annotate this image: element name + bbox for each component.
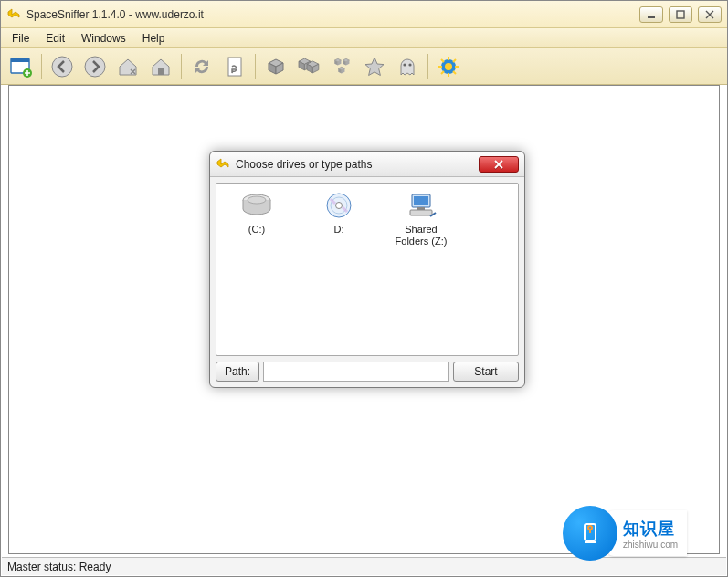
star-button[interactable] (360, 52, 389, 81)
toolbar-separator (181, 54, 182, 79)
app-icon (6, 7, 21, 22)
watermark-brand: 知识屋 (623, 518, 678, 540)
refresh-button[interactable] (187, 52, 216, 81)
svg-point-6 (85, 57, 105, 77)
drive-list: (C:) D: Shared Folders (Z:) (216, 183, 519, 356)
dialog-close-button[interactable] (479, 156, 519, 173)
window-title: SpaceSniffer 1.1.4.0 - www.uderzo.it (26, 8, 639, 21)
menu-windows[interactable]: Windows (74, 30, 133, 47)
svg-rect-7 (158, 68, 164, 75)
svg-rect-3 (11, 58, 29, 62)
minimize-button[interactable] (639, 6, 663, 23)
svg-rect-21 (410, 210, 432, 215)
menu-edit[interactable]: Edit (38, 30, 72, 47)
network-drive-icon (405, 191, 438, 220)
status-text: Master status: Ready (7, 561, 111, 573)
drive-item-d[interactable]: D: (306, 191, 372, 236)
home-button[interactable] (146, 52, 175, 81)
box-stack-button[interactable] (327, 52, 356, 81)
watermark-text: 知识屋 zhishiwu.com (607, 510, 687, 556)
svg-point-9 (403, 63, 406, 66)
drive-item-z[interactable]: Shared Folders (Z:) (388, 191, 454, 247)
watermark: 知识屋 zhishiwu.com (563, 501, 727, 565)
menu-help[interactable]: Help (135, 30, 173, 47)
cd-icon (322, 191, 355, 220)
path-input[interactable] (263, 362, 449, 382)
box-single-button[interactable] (261, 52, 290, 81)
toolbar-separator (255, 54, 256, 79)
svg-point-12 (445, 63, 452, 70)
toolbar-separator (41, 54, 42, 79)
dialog-icon (216, 157, 230, 172)
drive-label: Shared Folders (Z:) (388, 224, 454, 247)
window-controls (639, 6, 722, 23)
dialog-body: (C:) D: Shared Folders (Z:) Path: Start (210, 177, 524, 387)
ghost-button[interactable] (393, 52, 422, 81)
toolbar-separator (427, 54, 428, 79)
menu-file[interactable]: File (5, 30, 37, 47)
svg-point-23 (588, 526, 592, 530)
svg-point-10 (408, 63, 411, 66)
drive-item-c[interactable]: (C:) (224, 191, 290, 236)
dialog-footer: Path: Start (216, 362, 519, 382)
settings-button[interactable] (434, 52, 463, 81)
choose-drives-dialog: Choose drives or type paths (C:) D: Shar… (209, 151, 525, 388)
home-open-button[interactable] (113, 52, 142, 81)
svg-rect-1 (677, 11, 684, 18)
reload-doc-button[interactable] (220, 52, 249, 81)
toolbar (1, 48, 727, 85)
close-button[interactable] (698, 6, 722, 23)
hdd-icon (240, 191, 273, 220)
box-double-button[interactable] (294, 52, 323, 81)
title-bar: SpaceSniffer 1.1.4.0 - www.uderzo.it (1, 1, 727, 28)
menu-bar: File Edit Windows Help (1, 28, 727, 48)
dialog-titlebar[interactable]: Choose drives or type paths (210, 152, 524, 177)
start-button[interactable]: Start (453, 362, 519, 382)
forward-button[interactable] (80, 52, 110, 81)
new-window-button[interactable] (6, 52, 36, 81)
maximize-button[interactable] (669, 6, 692, 23)
svg-point-17 (336, 203, 343, 209)
svg-point-5 (52, 57, 72, 77)
svg-point-14 (248, 196, 266, 204)
drive-label: D: (306, 224, 372, 236)
svg-rect-0 (648, 16, 655, 18)
svg-rect-19 (414, 196, 428, 205)
path-button[interactable]: Path: (216, 362, 259, 382)
dialog-title: Choose drives or type paths (236, 158, 479, 171)
watermark-site: zhishiwu.com (623, 540, 678, 550)
drive-label: (C:) (224, 224, 290, 236)
watermark-badge-icon (563, 506, 617, 561)
back-button[interactable] (47, 52, 77, 81)
